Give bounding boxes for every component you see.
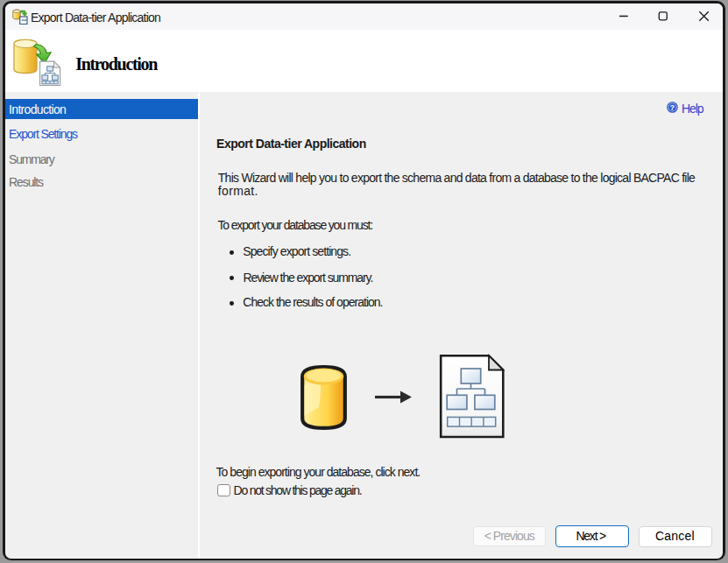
svg-text:?: ? xyxy=(669,103,674,112)
